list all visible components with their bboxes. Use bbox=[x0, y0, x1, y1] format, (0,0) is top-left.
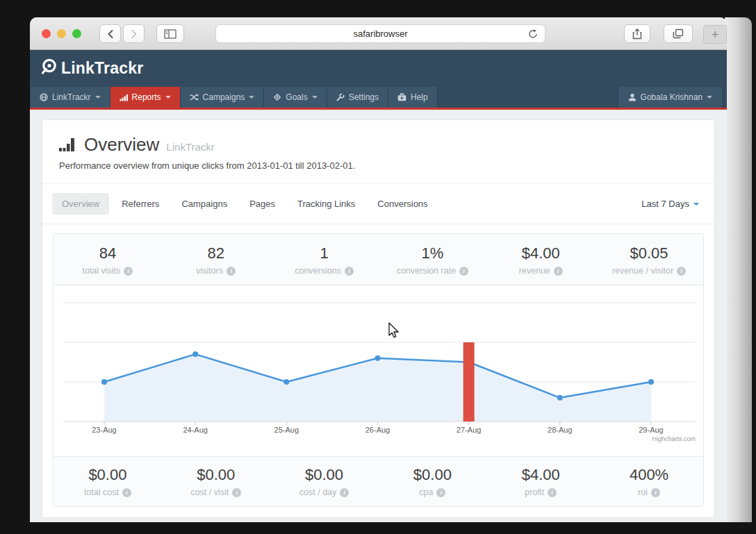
stats-panel: 84 total visitsi 82 visitorsi 1 conversi… bbox=[53, 233, 704, 507]
info-icon[interactable]: i bbox=[340, 488, 349, 497]
report-tabs: Overview Referrers Campaigns Pages Track… bbox=[42, 184, 714, 224]
address-bar-text: safaribrowser bbox=[353, 28, 407, 39]
nav-item-goals[interactable]: Goals bbox=[264, 87, 327, 108]
tab-overview-button[interactable] bbox=[664, 24, 693, 43]
address-bar[interactable]: safaribrowser bbox=[215, 24, 545, 43]
info-icon[interactable]: i bbox=[232, 488, 241, 497]
navbar-spacer bbox=[438, 87, 618, 108]
stat-conversion-rate: 1% conversion ratei bbox=[378, 244, 486, 276]
nav-item-campaigns[interactable]: Campaigns bbox=[181, 87, 265, 108]
stat-label: cost / visit bbox=[190, 487, 229, 497]
stat-profit: $4.00 profiti bbox=[486, 466, 595, 497]
background-window-edge bbox=[725, 17, 752, 522]
page-content: Overview LinkTrackr Performance overview… bbox=[30, 110, 727, 522]
new-tab-button[interactable]: + bbox=[703, 25, 727, 44]
minimize-traffic-light[interactable] bbox=[57, 29, 66, 38]
stat-visitors: 82 visitorsi bbox=[162, 244, 270, 276]
tab-conversions[interactable]: Conversions bbox=[368, 193, 437, 215]
page-header: Overview LinkTrackr Performance overview… bbox=[42, 120, 714, 184]
info-icon[interactable]: i bbox=[345, 267, 354, 276]
tab-campaigns[interactable]: Campaigns bbox=[172, 193, 237, 215]
stat-value: 82 bbox=[208, 244, 224, 262]
user-name: Gobala Krishnan bbox=[641, 92, 702, 102]
stat-revenue-per-visitor: $0.05 revenue / visitori bbox=[595, 244, 703, 276]
tab-referrers[interactable]: Referrers bbox=[112, 193, 169, 215]
nav-item-reports[interactable]: Reports bbox=[110, 87, 181, 108]
nav-label: Goals bbox=[286, 92, 307, 102]
briefcase-icon bbox=[397, 93, 406, 101]
overview-card: Overview LinkTrackr Performance overview… bbox=[42, 119, 715, 518]
info-icon[interactable]: i bbox=[124, 267, 133, 276]
share-icon bbox=[632, 28, 642, 40]
tab-overview[interactable]: Overview bbox=[52, 193, 109, 215]
stat-value: 1% bbox=[422, 244, 444, 262]
stat-value: 84 bbox=[99, 244, 116, 262]
nav-label: Campaigns bbox=[203, 92, 245, 102]
stat-label: revenue bbox=[519, 266, 550, 276]
stat-revenue: $4.00 revenuei bbox=[486, 244, 595, 276]
sidebar-icon bbox=[164, 29, 176, 39]
highcharts-credit[interactable]: Highcharts.com bbox=[652, 435, 696, 442]
nav-label: Settings bbox=[349, 92, 379, 102]
stat-value: $4.00 bbox=[522, 244, 560, 262]
info-icon[interactable]: i bbox=[677, 267, 686, 276]
stat-value: $4.00 bbox=[522, 466, 560, 484]
chevron-down-icon bbox=[707, 96, 712, 99]
nav-label: Help bbox=[411, 92, 428, 102]
stat-value: $0.00 bbox=[88, 466, 126, 484]
info-icon[interactable]: i bbox=[459, 267, 468, 276]
nav-item-help[interactable]: Help bbox=[388, 87, 438, 108]
zoom-traffic-light[interactable] bbox=[72, 29, 81, 38]
nav-label: LinkTrackr bbox=[52, 92, 91, 102]
info-icon[interactable]: i bbox=[548, 488, 557, 497]
screenshot-root: { "browser": { "url": "safaribrowser", "… bbox=[0, 0, 756, 534]
stat-roi: 400% roii bbox=[595, 466, 703, 497]
safari-window: safaribrowser bbox=[30, 17, 727, 522]
visits-chart[interactable]: 23-Aug24-Aug25-Aug26-Aug27-Aug28-Aug29-A… bbox=[54, 285, 703, 456]
stat-value: $0.05 bbox=[630, 244, 668, 262]
info-icon[interactable]: i bbox=[227, 267, 236, 276]
info-icon[interactable]: i bbox=[554, 267, 563, 276]
back-chevron-icon bbox=[107, 29, 114, 39]
stat-label: conversion rate bbox=[397, 266, 456, 276]
browser-toolbar: safaribrowser bbox=[30, 17, 727, 50]
info-icon[interactable]: i bbox=[122, 488, 131, 497]
sidebar-button[interactable] bbox=[156, 24, 184, 43]
linktrackr-logo-icon bbox=[40, 57, 61, 80]
nav-item-linktrackr[interactable]: LinkTrackr bbox=[30, 87, 110, 108]
chevron-down-icon bbox=[693, 203, 699, 206]
reload-icon[interactable] bbox=[527, 28, 539, 42]
app-logo-text: LinkTrackr bbox=[61, 59, 143, 78]
date-range-label: Last 7 Days bbox=[641, 199, 689, 209]
info-icon[interactable]: i bbox=[436, 488, 445, 497]
tab-tracking-links[interactable]: Tracking Links bbox=[288, 193, 365, 215]
forward-chevron-icon bbox=[131, 29, 138, 39]
stat-label: roi bbox=[638, 487, 648, 497]
stat-label: visitors bbox=[196, 266, 223, 276]
share-button[interactable] bbox=[624, 24, 650, 43]
close-traffic-light[interactable] bbox=[42, 29, 51, 38]
date-range-dropdown[interactable]: Last 7 Days bbox=[641, 199, 705, 209]
info-icon[interactable]: i bbox=[651, 488, 660, 497]
app-logo[interactable]: LinkTrackr bbox=[40, 57, 143, 80]
back-button[interactable] bbox=[99, 24, 121, 43]
page-subtitle: Performance overview from unique clicks … bbox=[59, 160, 698, 171]
stat-label: cost / day bbox=[299, 487, 337, 497]
stat-cpa: $0.00 cpai bbox=[378, 466, 486, 497]
main-navbar: LinkTrackr Reports bbox=[30, 87, 727, 110]
forward-button[interactable] bbox=[123, 24, 145, 43]
chevron-down-icon bbox=[312, 96, 318, 99]
stat-total-visits: 84 total visitsi bbox=[54, 244, 162, 276]
signal-bars-icon bbox=[59, 136, 77, 154]
svg-text:25-Aug: 25-Aug bbox=[274, 426, 299, 434]
nav-item-settings[interactable]: Settings bbox=[327, 87, 388, 108]
stat-value: $0.00 bbox=[305, 466, 343, 484]
stat-label: revenue / visitor bbox=[612, 266, 673, 276]
new-tab-plus-icon: + bbox=[711, 27, 718, 42]
user-icon bbox=[628, 93, 636, 101]
stat-label: cpa bbox=[419, 487, 433, 497]
user-menu[interactable]: Gobala Krishnan bbox=[618, 87, 723, 108]
highcharts-area-chart[interactable]: 23-Aug24-Aug25-Aug26-Aug27-Aug28-Aug29-A… bbox=[54, 285, 704, 456]
stat-value: $0.00 bbox=[413, 466, 452, 484]
tab-pages[interactable]: Pages bbox=[240, 193, 285, 215]
